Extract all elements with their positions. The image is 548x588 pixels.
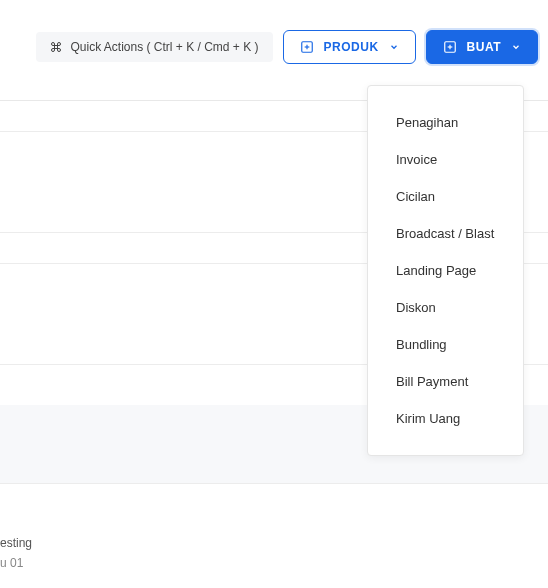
- buat-button[interactable]: BUAT: [426, 30, 538, 64]
- row-line: [0, 483, 548, 484]
- dropdown-item-landing-page[interactable]: Landing Page: [368, 252, 523, 289]
- buat-label: BUAT: [467, 40, 501, 54]
- footer-line1: esting: [0, 536, 548, 550]
- dropdown-item-invoice[interactable]: Invoice: [368, 141, 523, 178]
- dropdown-item-diskon[interactable]: Diskon: [368, 289, 523, 326]
- dropdown-item-cicilan[interactable]: Cicilan: [368, 178, 523, 215]
- chevron-down-icon: [389, 42, 399, 52]
- quick-actions-button[interactable]: Quick Actions ( Ctrl + K / Cmd + K ): [36, 32, 272, 62]
- plus-box-icon: [443, 40, 457, 54]
- dropdown-item-bill-payment[interactable]: Bill Payment: [368, 363, 523, 400]
- produk-label: PRODUK: [324, 40, 379, 54]
- dropdown-item-bundling[interactable]: Bundling: [368, 326, 523, 363]
- top-bar: Quick Actions ( Ctrl + K / Cmd + K ) PRO…: [0, 0, 548, 74]
- plus-box-icon: [300, 40, 314, 54]
- command-icon: [50, 41, 62, 53]
- buat-dropdown: Penagihan Invoice Cicilan Broadcast / Bl…: [367, 85, 524, 456]
- dropdown-item-kirim-uang[interactable]: Kirim Uang: [368, 400, 523, 437]
- dropdown-item-broadcast[interactable]: Broadcast / Blast: [368, 215, 523, 252]
- dropdown-item-penagihan[interactable]: Penagihan: [368, 104, 523, 141]
- quick-actions-label: Quick Actions ( Ctrl + K / Cmd + K ): [70, 40, 258, 54]
- produk-button[interactable]: PRODUK: [283, 30, 416, 64]
- chevron-down-icon: [511, 42, 521, 52]
- footer-line2: u 01: [0, 556, 548, 570]
